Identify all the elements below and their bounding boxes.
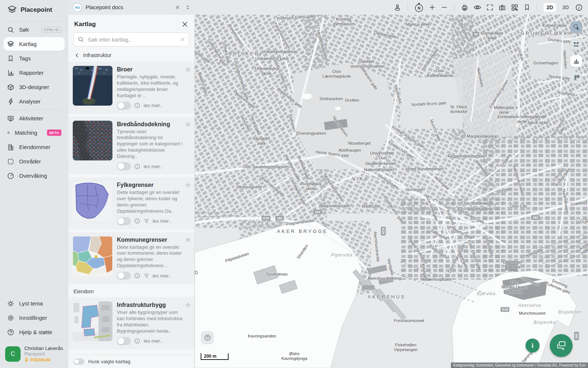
sidebar-item-omrader[interactable]: Områder bbox=[4, 155, 65, 168]
favorite-star-icon[interactable]: ☆ bbox=[186, 181, 191, 188]
les-mer-link[interactable]: les mer.. bbox=[153, 273, 171, 279]
layer-card-kommunegrenser[interactable]: Kommunegrenser ☆ Dette kartlaget gir en … bbox=[68, 232, 194, 284]
user-card[interactable]: C Christian Løverås Placepoint PREMIUM bbox=[0, 342, 68, 368]
sidebar-spacer bbox=[0, 183, 68, 296]
layer-toggle[interactable] bbox=[117, 337, 131, 345]
sidebar-item-analyser[interactable]: Analyser bbox=[4, 95, 65, 108]
scale-bar: 200 m bbox=[201, 353, 229, 360]
chat-bubbles-icon bbox=[556, 340, 567, 351]
fullscreen-icon[interactable] bbox=[486, 4, 494, 11]
layer-info-icon[interactable] bbox=[134, 338, 140, 344]
layer-card-fylkegrenser[interactable]: Fylkegrenser ☆ Dette kartlaget gir en ov… bbox=[68, 177, 194, 229]
doc-switch-chevrons-icon[interactable] bbox=[184, 4, 191, 11]
map-canvas[interactable]: Professor Dahls gateKristelig gymnasiumM… bbox=[195, 15, 588, 368]
chat-fab-button[interactable] bbox=[550, 334, 573, 357]
layer-toggle[interactable] bbox=[117, 102, 131, 110]
info-fab-button[interactable]: i bbox=[526, 339, 539, 353]
qr-code-icon[interactable] bbox=[511, 4, 519, 11]
sidebar-item-eiendommer[interactable]: Eiendommer bbox=[4, 140, 65, 154]
compass-icon[interactable]: N bbox=[414, 2, 424, 13]
info-icon[interactable] bbox=[575, 4, 583, 11]
layer-search[interactable] bbox=[74, 32, 189, 46]
layer-toggle[interactable] bbox=[117, 217, 131, 225]
sidebar-item-matching[interactable]: Matching BETA bbox=[4, 126, 65, 139]
layer-search-input[interactable] bbox=[87, 36, 177, 43]
divider bbox=[454, 4, 455, 11]
sidebar-item-innstillinger[interactable]: Innstillinger bbox=[4, 311, 65, 325]
layer-card-infrastrukturbygg[interactable]: Infrastrukturbygg ☆ Viser alle bygningst… bbox=[68, 297, 194, 349]
layer-info-icon[interactable] bbox=[134, 273, 140, 279]
favorite-star-icon[interactable]: ☆ bbox=[186, 121, 191, 128]
print-icon[interactable] bbox=[461, 4, 469, 11]
layer-card-broer[interactable]: Broer ☆ Planlagte, nybygde, revede, traf… bbox=[68, 62, 194, 114]
cube-icon bbox=[7, 84, 14, 91]
bookmark-icon[interactable] bbox=[523, 4, 531, 11]
travel-time-tool-button[interactable] bbox=[570, 72, 582, 84]
panel-title: Kartlag bbox=[74, 21, 96, 28]
favorite-star-icon[interactable]: ☆ bbox=[186, 66, 191, 73]
gear-icon bbox=[7, 314, 14, 322]
zoom-out-icon[interactable] bbox=[441, 4, 448, 11]
divider bbox=[408, 4, 408, 11]
divider bbox=[6, 21, 62, 21]
close-icon[interactable] bbox=[174, 4, 181, 11]
zoom-in-icon[interactable] bbox=[429, 4, 436, 11]
map-attribution: Kartgrunnlag: Kartverket, Geovekst og ko… bbox=[451, 362, 588, 368]
panel-close-icon[interactable] bbox=[181, 21, 189, 28]
bolt-icon bbox=[7, 98, 14, 105]
walk-time-icon bbox=[573, 74, 580, 82]
help-icon bbox=[7, 329, 14, 336]
sidebar-item-hjelp[interactable]: Hjelp & støtte bbox=[4, 325, 65, 339]
sidebar-item-sok[interactable]: Søk CTRL+G bbox=[4, 23, 65, 36]
report-icon bbox=[7, 69, 14, 77]
layer-info-icon[interactable] bbox=[134, 102, 140, 109]
sidebar-item-label: Innstillinger bbox=[19, 315, 47, 321]
measure-tool-button[interactable] bbox=[570, 38, 582, 50]
sidebar-item-label: Aktiviteter bbox=[19, 115, 43, 121]
favorite-star-icon[interactable]: ☆ bbox=[186, 301, 191, 308]
mode-2d-button[interactable]: 2D bbox=[544, 3, 556, 12]
layer-thumbnail bbox=[73, 181, 112, 221]
sidebar-item-lyst-tema[interactable]: Lyst tema bbox=[4, 297, 65, 310]
chart-tool-button[interactable] bbox=[570, 55, 582, 67]
sidebar-item-label: Matching bbox=[15, 130, 37, 136]
mode-3d-button[interactable]: 3D bbox=[561, 3, 570, 12]
pegman-location-icon[interactable] bbox=[394, 4, 401, 11]
sidebar-item-kartlag[interactable]: Kartlag bbox=[4, 37, 65, 51]
match-search-icon bbox=[7, 129, 10, 137]
layer-description: Dette kartlaget gir en oversikt over kom… bbox=[117, 244, 183, 269]
favorite-star-icon[interactable]: ☆ bbox=[186, 236, 191, 243]
les-mer-link[interactable]: les mer.. bbox=[153, 218, 171, 224]
sidebar-item-label: Kartlag bbox=[19, 41, 37, 47]
eye-icon[interactable] bbox=[473, 3, 481, 11]
breadcrumb[interactable]: Infrastruktur bbox=[68, 50, 194, 62]
clear-search-icon[interactable] bbox=[180, 37, 185, 42]
sidebar-item-rapporter[interactable]: Rapporter bbox=[4, 66, 65, 79]
les-mer-link[interactable]: les mer.. bbox=[144, 103, 162, 108]
layer-toggle[interactable] bbox=[117, 272, 131, 280]
sidebar-item-tags[interactable]: Tags bbox=[4, 52, 65, 65]
measure-icon bbox=[573, 40, 580, 48]
divider bbox=[537, 4, 537, 11]
camera-icon[interactable] bbox=[498, 4, 506, 11]
layer-list[interactable]: Broer ☆ Planlagte, nybygde, revede, traf… bbox=[68, 62, 194, 368]
layer-thumbnail bbox=[73, 66, 112, 106]
document-switcher[interactable]: PD Placepoint docs bbox=[73, 3, 191, 12]
select-tool-button[interactable] bbox=[570, 21, 582, 33]
layer-info-icon[interactable] bbox=[134, 218, 140, 224]
les-mer-link[interactable]: les mer.. bbox=[144, 338, 162, 344]
bar-chart-icon bbox=[573, 57, 580, 65]
sidebar-item-3d-designer[interactable]: 3D-designer bbox=[4, 80, 65, 94]
sidebar-item-overvaking[interactable]: Overvåking bbox=[4, 169, 65, 183]
remember-layers-toggle[interactable] bbox=[74, 358, 85, 365]
filter-funnel-icon[interactable] bbox=[144, 273, 149, 279]
map-help-button[interactable] bbox=[201, 331, 214, 344]
layer-card-bredbandsdekning[interactable]: Bredbåndsdekning ☆ Tjeneste viser bredbå… bbox=[68, 117, 194, 174]
les-mer-link[interactable]: les mer.. bbox=[144, 164, 162, 169]
layer-info-icon[interactable] bbox=[134, 163, 140, 170]
sidebar-item-label: Overvåking bbox=[19, 173, 47, 179]
layer-toggle[interactable] bbox=[117, 162, 131, 170]
filter-funnel-icon[interactable] bbox=[144, 218, 149, 224]
layer-thumbnail bbox=[73, 236, 112, 276]
sidebar-item-aktiviteter[interactable]: Aktiviteter bbox=[4, 112, 65, 125]
